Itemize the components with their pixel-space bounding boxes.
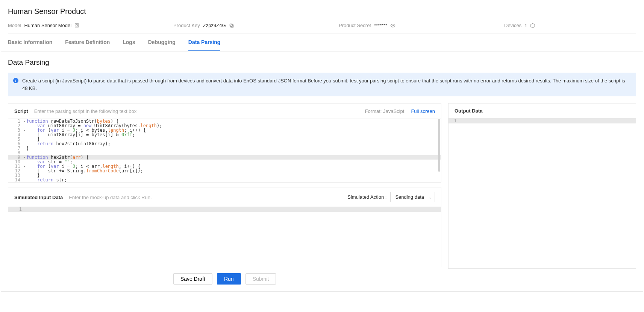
- tab-feature-definition[interactable]: Feature Definition: [65, 34, 110, 51]
- tab-debugging[interactable]: Debugging: [148, 34, 176, 51]
- fold-icon[interactable]: ▾: [24, 128, 26, 132]
- copy-icon[interactable]: [229, 23, 234, 28]
- product-secret-value: *******: [374, 23, 387, 28]
- info-icon: i: [13, 78, 18, 83]
- select-value: Sending data: [395, 194, 424, 200]
- product-key-label: Product Key: [173, 23, 200, 28]
- gutter-line: 14: [8, 178, 26, 182]
- simulated-input-editor[interactable]: 1: [8, 207, 441, 267]
- simulated-input-panel: Simulated Input Data Enter the mock-up d…: [8, 187, 441, 267]
- hexagon-icon[interactable]: [530, 23, 535, 28]
- devices-value: 1: [524, 23, 527, 28]
- run-button[interactable]: Run: [217, 273, 241, 285]
- tab-basic-information[interactable]: Basic Information: [8, 34, 52, 51]
- product-meta-row: Model Human Sensor Model Product Key Zzp…: [8, 23, 636, 34]
- gutter-line: 1: [8, 207, 26, 212]
- gutter-line: 3▾: [8, 128, 26, 132]
- svg-rect-4: [230, 24, 232, 26]
- svg-rect-3: [230, 24, 233, 27]
- output-panel-title: Output Data: [455, 108, 482, 114]
- format-label: Format: JavaScipt: [365, 108, 405, 114]
- info-text: Create a script (in JavaScript) to parse…: [22, 77, 631, 92]
- simulated-action-label: Simulated Action :: [347, 194, 386, 200]
- fullscreen-link[interactable]: Full screen: [411, 108, 435, 114]
- section-title: Data Parsing: [8, 58, 636, 67]
- gutter-line: 1▾: [8, 119, 26, 123]
- tab-bar: Basic Information Feature Definition Log…: [1, 34, 643, 51]
- script-panel-title: Script: [14, 108, 28, 114]
- output-editor[interactable]: 1: [449, 118, 636, 266]
- model-label: Model: [8, 23, 21, 28]
- fold-icon[interactable]: ▾: [24, 164, 26, 169]
- product-secret-label: Product Secret: [339, 23, 371, 28]
- svg-line-2: [77, 26, 78, 27]
- simulated-action-select[interactable]: Sending data ⌄: [390, 192, 435, 202]
- svg-point-5: [392, 25, 394, 26]
- scrollbar[interactable]: [438, 119, 440, 172]
- info-banner: i Create a script (in JavaScript) to par…: [8, 73, 636, 96]
- gutter-line: 6: [8, 142, 26, 146]
- page-title: Human Sensor Product: [8, 7, 636, 16]
- chevron-down-icon: ⌄: [429, 195, 432, 199]
- gutter-line: 4: [8, 132, 26, 137]
- script-editor[interactable]: 1▾ 2 3▾ 4 5 6 7 8 9▾ 10 11▾ 12 1: [8, 119, 441, 182]
- input-panel-title: Simulated Input Data: [14, 195, 63, 200]
- svg-marker-6: [531, 23, 535, 28]
- eye-icon[interactable]: [390, 23, 395, 28]
- input-panel-subtitle: Enter the mock-up data and click Run.: [69, 195, 152, 200]
- gutter-line: 7: [8, 146, 26, 151]
- submit-button[interactable]: Submit: [245, 273, 276, 285]
- script-panel: Script Enter the parsing script in the f…: [8, 103, 441, 183]
- product-key-value: Zzpz9Z4G: [203, 23, 226, 28]
- save-draft-button[interactable]: Save Draft: [173, 273, 212, 285]
- gutter-line: 1: [449, 118, 460, 123]
- svg-point-1: [76, 24, 78, 26]
- tab-data-parsing[interactable]: Data Parsing: [188, 34, 221, 51]
- model-value: Human Sensor Model: [24, 23, 71, 28]
- output-panel: Output Data 1: [448, 103, 636, 269]
- search-icon[interactable]: [74, 23, 80, 28]
- tab-logs[interactable]: Logs: [123, 34, 135, 51]
- devices-label: Devices: [504, 23, 521, 28]
- script-panel-subtitle: Enter the parsing script in the followin…: [34, 108, 136, 114]
- fold-icon[interactable]: ▾: [24, 155, 26, 160]
- fold-icon[interactable]: ▾: [24, 119, 26, 123]
- gutter-line: 5: [8, 137, 26, 142]
